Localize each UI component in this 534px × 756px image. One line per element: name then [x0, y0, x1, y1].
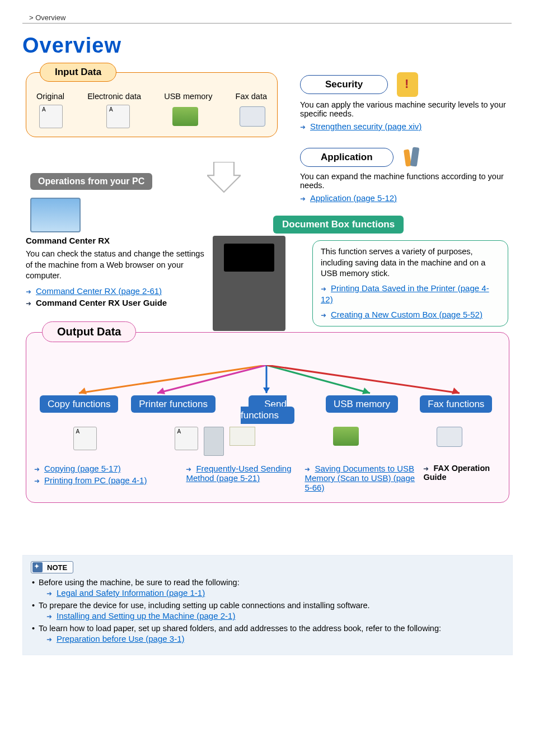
- cc-link-page[interactable]: Command Center RX (page 2-61): [36, 286, 162, 296]
- svg-marker-4: [157, 388, 165, 394]
- security-group: Security You can apply the various machi…: [300, 72, 507, 131]
- note-heading: NOTE: [31, 561, 73, 573]
- divider: [22, 23, 512, 24]
- arrow-fan-icon: [34, 365, 499, 399]
- out-link-sending[interactable]: Frequently-Used Sending Method (page 5-2…: [186, 464, 291, 483]
- input-col-original: Original: [36, 92, 64, 101]
- fax-icon: [240, 106, 265, 127]
- security-heading: Security: [300, 75, 388, 94]
- input-data-group: Input Data Original Electronic data USB …: [26, 72, 278, 137]
- func-send: Send functions: [241, 395, 294, 424]
- svg-line-7: [266, 365, 370, 393]
- monitor-icon: [30, 198, 81, 232]
- docbox-link2[interactable]: Creating a New Custom Box (page 5-52): [331, 310, 483, 319]
- svg-marker-0: [207, 162, 241, 192]
- func-fax: Fax functions: [420, 395, 492, 413]
- application-link[interactable]: Application (page 5-12): [310, 193, 397, 203]
- note-block: NOTE Before using the machine, be sure t…: [22, 555, 513, 655]
- note-item-2: To prepare the device for use, including…: [39, 601, 370, 610]
- svg-line-9: [266, 365, 460, 393]
- application-desc: You can expand the machine functions acc…: [300, 172, 507, 190]
- operations-pc-group: Operations from your PC: [30, 173, 152, 232]
- docbox-desc: This function serves a variety of purpos…: [321, 246, 500, 279]
- note-link-prep[interactable]: Preparation before Use (page 3-1): [57, 634, 184, 643]
- svg-marker-8: [362, 388, 370, 394]
- cc-desc: You can check the status and change the …: [26, 249, 205, 282]
- out-fax-guide: FAX Operation Guide: [423, 464, 490, 482]
- output-heading: Output Data: [42, 321, 136, 342]
- document-icon: [39, 105, 63, 128]
- input-data-heading: Input Data: [40, 63, 116, 82]
- usb-output-icon: [333, 427, 359, 446]
- func-printer: Printer functions: [131, 395, 216, 413]
- input-col-electronic: Electronic data: [87, 92, 141, 101]
- breadcrumb: > Overview: [22, 13, 512, 22]
- server-icon: [204, 427, 224, 456]
- output-data-group: Output Data Copy functions Printer funct…: [26, 332, 509, 503]
- note-link-legal[interactable]: Legal and Safety Information (page 1-1): [57, 588, 205, 598]
- copy-output-icon: [73, 427, 97, 450]
- note-label: NOTE: [47, 563, 67, 572]
- fax-output-icon: [437, 427, 462, 447]
- padlock-icon: [397, 72, 418, 97]
- out-link-copying[interactable]: Copying (page 5-17): [44, 464, 121, 473]
- note-link-install[interactable]: Installing and Setting up the Machine (p…: [57, 611, 235, 620]
- note-item-1: Before using the machine, be sure to rea…: [39, 578, 240, 587]
- mail-icon: [229, 427, 255, 446]
- security-link[interactable]: Strengthen security (page xiv): [310, 122, 421, 131]
- application-group: Application You can expand the machine f…: [300, 146, 507, 203]
- docbox-link1[interactable]: Printing Data Saved in the Printer (page…: [321, 283, 489, 305]
- func-copy: Copy functions: [40, 395, 118, 413]
- input-col-usb: USB memory: [164, 92, 212, 101]
- input-col-fax: Fax data: [236, 92, 267, 101]
- send-doc-icon: [175, 427, 198, 450]
- svg-marker-10: [452, 388, 460, 394]
- arrow-down-icon: [207, 162, 241, 195]
- security-desc: You can apply the various machine securi…: [300, 100, 507, 118]
- note-icon: [32, 562, 43, 572]
- note-item-3: To learn how to load paper, set up share…: [39, 624, 441, 633]
- svg-marker-6: [263, 388, 270, 393]
- cc-user-guide: Command Center RX User Guide: [36, 298, 167, 307]
- docbox-heading: Document Box functions: [273, 216, 404, 234]
- usb-memory-icon: [172, 107, 198, 126]
- func-usb: USB memory: [326, 395, 398, 413]
- svg-marker-2: [79, 388, 87, 394]
- command-center-group: Command Center RX You can check the stat…: [26, 236, 205, 310]
- electronic-doc-icon: [106, 105, 130, 128]
- page-title: Overview: [22, 34, 512, 58]
- application-heading: Application: [300, 148, 394, 167]
- out-link-usb[interactable]: Saving Documents to USB Memory (Scan to …: [305, 464, 415, 492]
- mfp-machine-icon: [213, 236, 285, 331]
- cc-title: Command Center RX: [26, 236, 205, 245]
- out-link-printing[interactable]: Printing from PC (page 4-1): [44, 475, 147, 485]
- operations-pc-heading: Operations from your PC: [30, 173, 152, 190]
- tools-icon: [402, 146, 420, 169]
- docbox-bubble: This function serves a variety of purpos…: [312, 240, 508, 326]
